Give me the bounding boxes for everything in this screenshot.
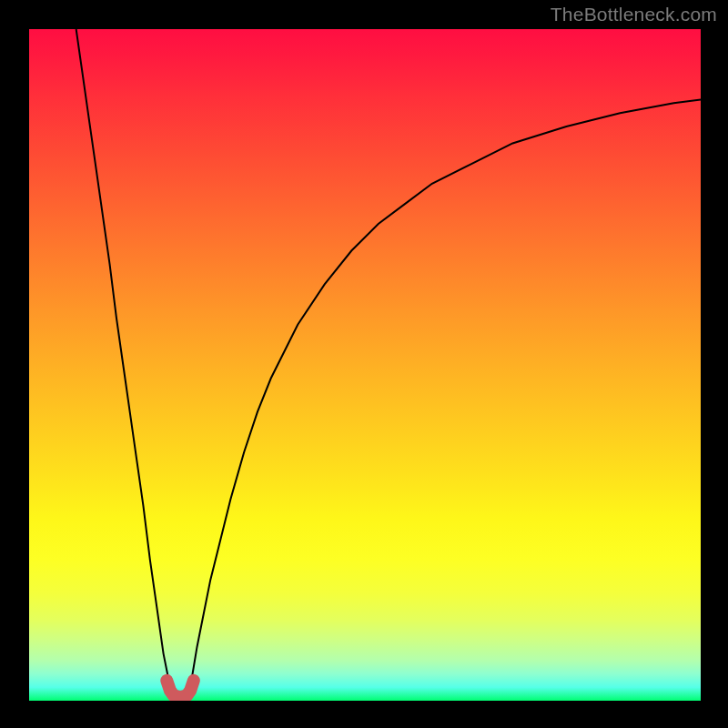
curve-left-branch: [76, 29, 174, 701]
chart-svg: [29, 29, 701, 701]
watermark-text: TheBottleneck.com: [551, 4, 717, 25]
chart-frame: TheBottleneck.com: [0, 0, 728, 728]
curve-right-branch: [187, 99, 701, 701]
plot-area: [29, 29, 701, 701]
minimum-marker: [167, 681, 194, 697]
